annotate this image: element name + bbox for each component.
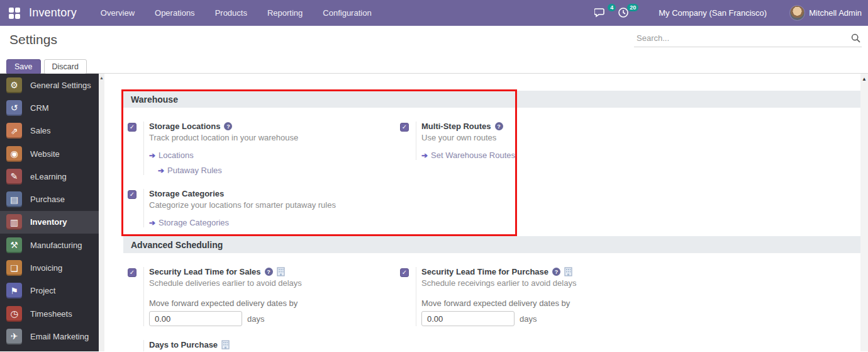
sidebar-item-crm[interactable]: ↺ CRM xyxy=(0,96,99,119)
advanced-grid: ✓ Security Lead Time for Sales ? Schedul… xyxy=(123,253,860,351)
sales-chart-icon: ⇗ xyxy=(6,123,22,139)
sales-lead-time-input[interactable] xyxy=(149,311,242,326)
storage-categories-link[interactable]: ➔ Storage Categories xyxy=(149,218,336,227)
sidebar-item-label: Website xyxy=(30,149,60,159)
multi-step-routes-label: Multi-Step Routes xyxy=(421,122,491,131)
purchase-lead-time-input[interactable] xyxy=(421,311,515,326)
help-icon[interactable]: ? xyxy=(224,122,232,130)
putaway-rules-link[interactable]: ➔ Putaway Rules xyxy=(158,166,298,175)
activities-button[interactable]: 20 xyxy=(617,6,633,20)
sidebar-item-sales[interactable]: ⇗ Sales xyxy=(0,120,99,142)
days-to-purchase-label: Days to Purchase xyxy=(149,340,218,349)
warehouse-grid: ✓ Storage Locations ? Track product loca… xyxy=(123,108,860,227)
stopwatch-icon: ◷ xyxy=(6,306,22,322)
sidebar-item-partial[interactable] xyxy=(0,348,99,351)
check-icon: ✓ xyxy=(130,123,135,130)
setting-storage-categories: ✓ Storage Categories Categorize your loc… xyxy=(123,175,396,227)
storage-locations-label: Storage Locations xyxy=(149,122,220,131)
sidebar-item-label: Inventory xyxy=(30,217,67,227)
sidebar-item-label: Invoicing xyxy=(30,263,62,273)
sidebar-item-label: Sales xyxy=(30,126,51,135)
inventory-truck-icon: ▥ xyxy=(6,214,22,230)
check-icon: ✓ xyxy=(130,269,135,276)
menu-overview[interactable]: Overview xyxy=(93,4,142,21)
menu-operations[interactable]: Operations xyxy=(147,4,203,21)
menu-reporting[interactable]: Reporting xyxy=(260,4,310,21)
sidebar-item-email-marketing[interactable]: ✈ Email Marketing xyxy=(0,325,99,348)
help-icon[interactable]: ? xyxy=(265,268,273,276)
content-scrollbar[interactable]: ▲ xyxy=(860,74,868,351)
storage-locations-checkbox[interactable]: ✓ xyxy=(128,123,136,132)
locations-link[interactable]: ➔ Locations xyxy=(149,150,298,160)
sidebar-scrollbar[interactable]: ▲ xyxy=(99,74,104,351)
setting-days-to-purchase: Days to Purchase xyxy=(123,326,396,351)
inventory-settings-page: Inventory Overview Operations Products R… xyxy=(0,0,868,352)
check-icon: ✓ xyxy=(402,269,407,276)
setting-security-lead-time-sales: ✓ Security Lead Time for Sales ? Schedul… xyxy=(123,253,396,326)
sidebar-item-label: CRM xyxy=(30,103,49,113)
scroll-up-icon[interactable]: ▲ xyxy=(862,76,867,82)
sidebar-item-label: Timesheets xyxy=(30,309,72,319)
storage-locations-desc: Track product location in your warehouse xyxy=(149,133,298,142)
check-icon: ✓ xyxy=(130,191,135,198)
messages-count-badge: 4 xyxy=(608,4,616,11)
set-warehouse-routes-link[interactable]: ➔ Set Warehouse Routes xyxy=(421,150,515,160)
security-lead-time-sales-desc: Schedule deliveries earlier to avoid del… xyxy=(149,278,302,288)
security-lead-time-sales-checkbox[interactable]: ✓ xyxy=(128,268,136,277)
storage-categories-checkbox[interactable]: ✓ xyxy=(128,190,136,199)
check-icon: ✓ xyxy=(402,123,407,130)
sidebar-item-general-settings[interactable]: ⚙ General Settings xyxy=(0,74,99,96)
user-menu[interactable]: Mitchell Admin xyxy=(789,5,862,21)
company-switcher[interactable]: My Company (San Francisco) xyxy=(659,8,767,18)
menu-configuration[interactable]: Configuration xyxy=(315,4,379,21)
sales-days-unit: days xyxy=(247,314,264,324)
app-title[interactable]: Inventory xyxy=(29,6,77,20)
sidebar-item-label: eLearning xyxy=(30,172,67,181)
arrow-right-icon: ➔ xyxy=(421,151,428,160)
sidebar-item-website[interactable]: ◉ Website xyxy=(0,142,99,165)
sidebar-item-project[interactable]: ⚑ Project xyxy=(0,280,99,302)
menu-products[interactable]: Products xyxy=(208,4,255,21)
sidebar-item-inventory[interactable]: ▥ Inventory xyxy=(0,211,99,234)
save-button[interactable]: Save xyxy=(6,59,41,74)
sidebar-item-timesheets[interactable]: ◷ Timesheets xyxy=(0,302,99,325)
sidebar-item-manufacturing[interactable]: ⚒ Manufacturing xyxy=(0,234,99,256)
enterprise-building-icon xyxy=(221,340,230,349)
sidebar-item-purchase[interactable]: ▤ Purchase xyxy=(0,188,99,210)
globe-icon: ◉ xyxy=(6,146,22,162)
paper-plane-icon: ✈ xyxy=(6,329,22,344)
invoice-document-icon: ❏ xyxy=(6,260,22,276)
search-input[interactable] xyxy=(637,33,851,43)
apps-grid-icon[interactable] xyxy=(9,8,20,19)
sidebar-item-label: Project xyxy=(30,286,55,295)
discard-button[interactable]: Discard xyxy=(44,59,87,74)
control-buttons: Save Discard xyxy=(6,59,87,74)
purchase-card-icon: ▤ xyxy=(6,191,22,207)
gear-icon: ⚙ xyxy=(6,77,22,93)
user-name: Mitchell Admin xyxy=(809,8,862,18)
top-navbar: Inventory Overview Operations Products R… xyxy=(0,0,868,26)
security-lead-time-purchase-label: Security Lead Time for Purchase xyxy=(421,267,548,276)
security-lead-time-sales-label: Security Lead Time for Sales xyxy=(149,267,261,276)
elearning-icon: ✎ xyxy=(6,169,22,185)
help-icon[interactable]: ? xyxy=(552,268,560,276)
help-icon[interactable]: ? xyxy=(495,122,503,130)
purchase-field-label: Move forward expected delivery dates by xyxy=(421,298,576,308)
section-header-warehouse: Warehouse xyxy=(123,91,860,108)
project-icon: ⚑ xyxy=(6,283,22,298)
multi-step-routes-checkbox[interactable]: ✓ xyxy=(400,123,409,132)
sidebar-item-label: Manufacturing xyxy=(30,241,82,250)
enterprise-building-icon xyxy=(277,267,285,276)
messages-button[interactable]: 4 xyxy=(594,6,611,20)
setting-security-lead-time-purchase: ✓ Security Lead Time for Purchase ? Sche… xyxy=(396,253,668,326)
purchase-days-unit: days xyxy=(520,314,537,324)
sidebar-item-invoicing[interactable]: ❏ Invoicing xyxy=(0,256,99,279)
security-lead-time-purchase-checkbox[interactable]: ✓ xyxy=(400,268,409,277)
body-row: ⚙ General Settings ↺ CRM ⇗ Sales ◉ Websi… xyxy=(0,74,868,351)
wrench-icon: ⚒ xyxy=(6,237,22,253)
sidebar-item-elearning[interactable]: ✎ eLearning xyxy=(0,165,99,188)
crm-icon: ↺ xyxy=(6,100,22,116)
storage-categories-label: Storage Categories xyxy=(149,189,224,198)
search-icon[interactable] xyxy=(851,33,860,43)
scroll-up-icon[interactable]: ▲ xyxy=(99,76,104,80)
